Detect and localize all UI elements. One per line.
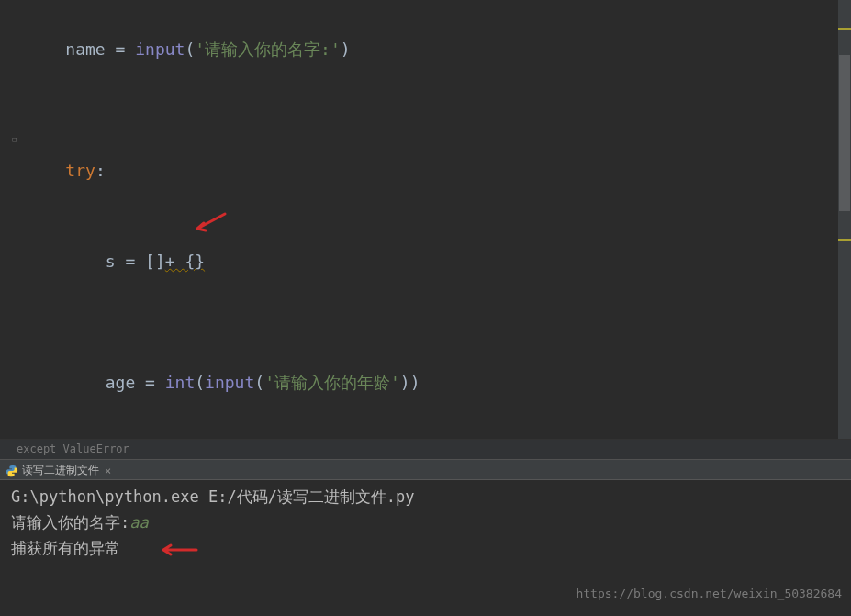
scrollbar-warning-marker	[838, 28, 851, 30]
breadcrumb-text: except ValueError	[17, 442, 129, 455]
code-line: age = int(input('请输入你的年龄'))	[13, 337, 851, 428]
terminal-line: 捕获所有的异常	[11, 535, 840, 561]
scrollbar-warning-marker	[838, 239, 851, 241]
python-icon	[6, 465, 18, 477]
code-editor[interactable]: name = input('请输入你的名字:') ⊟ try: s = []+ …	[0, 0, 851, 439]
code-line: ⊟ try:	[13, 95, 851, 216]
code-line: name = input('请输入你的名字:')	[13, 4, 851, 95]
terminal-tabs: 读写二进制文件 ×	[0, 459, 851, 479]
code-line: ▵ print(a)	[13, 428, 851, 439]
terminal-line: 请输入你的名字:aa	[11, 510, 840, 535]
annotation-arrow-icon	[160, 541, 200, 559]
scrollbar-thumb[interactable]	[839, 55, 850, 211]
editor-scrollbar[interactable]	[838, 0, 851, 439]
breadcrumb[interactable]: except ValueError	[0, 439, 851, 459]
fold-icon[interactable]: ⊟	[12, 125, 23, 155]
code-line: s = []+ {}	[13, 216, 851, 337]
terminal[interactable]: G:\python\python.exe E:/代码/读写二进制文件.py 请输…	[0, 479, 851, 612]
close-icon[interactable]: ×	[105, 465, 111, 477]
watermark: https://blog.csdn.net/weixin_50382684	[576, 581, 842, 607]
terminal-line: G:\python\python.exe E:/代码/读写二进制文件.py	[11, 484, 840, 510]
terminal-tab-label[interactable]: 读写二进制文件	[22, 463, 99, 478]
